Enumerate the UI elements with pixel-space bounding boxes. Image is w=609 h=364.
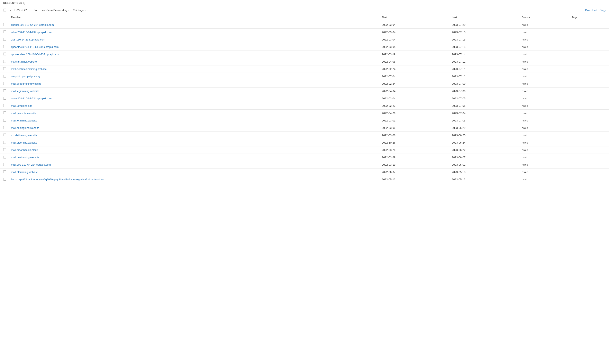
resolve-link[interactable]: mail.moonbitcoin.cloud xyxy=(11,148,38,152)
copy-button[interactable]: Copy xyxy=(600,9,606,12)
row-first: 2022-03-04 xyxy=(379,95,449,102)
row-resolve[interactable]: mail.speedmining.website xyxy=(9,80,379,88)
row-checkbox[interactable] xyxy=(3,45,6,48)
prev-page-button[interactable]: ‹ xyxy=(9,8,12,12)
row-checkbox-cell xyxy=(0,80,9,88)
row-resolve[interactable]: mail.btconline.website xyxy=(9,139,379,146)
row-first: 2022-03-19 xyxy=(379,161,449,169)
row-resolve[interactable]: mx1.freebitcoinmining.website xyxy=(9,65,379,73)
row-resolve[interactable]: mail.legitmining.website xyxy=(9,88,379,95)
resolve-link[interactable]: mail.legitmining.website xyxy=(11,90,39,93)
page-nav-prev[interactable]: ‹ xyxy=(9,8,12,12)
row-tags xyxy=(570,43,609,51)
next-page-button[interactable]: › xyxy=(28,8,31,12)
row-checkbox[interactable] xyxy=(3,60,6,63)
row-checkbox-cell xyxy=(0,88,9,95)
row-last: 2023-07-03 xyxy=(450,117,519,124)
row-first: 2022-04-26 xyxy=(379,110,449,117)
row-resolve[interactable]: 208-110-64-234.cprapid.com xyxy=(9,36,379,43)
row-checkbox[interactable] xyxy=(3,104,6,107)
row-checkbox[interactable] xyxy=(3,119,6,122)
sort-label: Sort : Last Seen Descending xyxy=(34,9,67,12)
resolve-link[interactable]: cpanel.208-110-64-234.cprapid.com xyxy=(11,23,54,26)
row-checkbox-cell xyxy=(0,117,9,124)
row-checkbox-cell xyxy=(0,176,9,183)
resolve-link[interactable]: mail.208-110-64-234.cprapid.com xyxy=(11,163,51,166)
row-checkbox[interactable] xyxy=(3,148,6,151)
row-checkbox[interactable] xyxy=(3,163,6,166)
resolve-link[interactable]: www.208-110-64-234.cprapid.com xyxy=(11,97,52,100)
resolve-link[interactable]: cpcontacts.208-110-64-234.cprapid.com xyxy=(11,45,59,49)
row-checkbox[interactable] xyxy=(3,30,6,33)
resolve-link[interactable]: mail.speedmining.website xyxy=(11,82,41,85)
row-resolve[interactable]: mail.btcmining.website xyxy=(9,169,379,176)
resolve-link[interactable]: mail.jetmining.website xyxy=(11,119,37,122)
row-source: riskiq xyxy=(519,73,570,80)
row-resolve[interactable]: mail.miningland.website xyxy=(9,124,379,132)
resolve-link[interactable]: mx1.freebitcoinmining.website xyxy=(11,67,47,71)
row-resolve[interactable]: cpcontacts.208-110-64-234.cprapid.com xyxy=(9,43,379,51)
row-resolve[interactable]: mail.quickbtc.website xyxy=(9,110,379,117)
resolve-link[interactable]: mail.quickbtc.website xyxy=(11,112,36,115)
resolve-link[interactable]: 208-110-64-234.cprapid.com xyxy=(11,38,45,41)
row-tags xyxy=(570,169,609,176)
per-page-dropdown[interactable]: 25 / Page ▾ xyxy=(72,8,87,12)
resolve-link[interactable]: mail.btconline.website xyxy=(11,141,37,144)
select-dropdown-arrow[interactable]: ▾ xyxy=(7,9,8,11)
resolve-link[interactable]: whm.208-110-64-234.cprapid.com xyxy=(11,31,52,34)
download-button[interactable]: Download xyxy=(585,9,597,12)
row-resolve[interactable]: cpcalendars.208-110-64-234.cprapid.com xyxy=(9,51,379,58)
row-checkbox[interactable] xyxy=(3,89,6,92)
resolve-link[interactable]: mail.bestmining.website xyxy=(11,156,39,159)
resolve-link[interactable]: mx.startminer.website xyxy=(11,60,37,63)
resolve-link[interactable]: fivhzrzlrpat234aolungugyxw6q9999.gaql3bf… xyxy=(11,178,104,181)
row-checkbox[interactable] xyxy=(3,111,6,114)
select-all-checkbox[interactable] xyxy=(3,9,6,12)
row-source: riskiq xyxy=(519,132,570,139)
row-resolve[interactable]: mail.bestmining.website xyxy=(9,154,379,161)
row-checkbox[interactable] xyxy=(3,38,6,41)
resolve-link[interactable]: mail.miningland.website xyxy=(11,126,39,130)
row-resolve[interactable]: whm.208-110-64-234.cprapid.com xyxy=(9,29,379,36)
row-resolve[interactable]: mail.jetmining.website xyxy=(9,117,379,124)
row-checkbox[interactable] xyxy=(3,82,6,85)
sort-dropdown[interactable]: Sort : Last Seen Descending ▾ xyxy=(33,8,70,12)
resolve-link[interactable]: cpcalendars.208-110-64-234.cprapid.com xyxy=(11,53,60,56)
resolve-link[interactable]: cm-pluto.pumpsignals.xyz xyxy=(11,75,42,78)
row-checkbox[interactable] xyxy=(3,178,6,181)
row-checkbox[interactable] xyxy=(3,75,6,78)
col-header-last: Last xyxy=(450,14,519,21)
row-checkbox[interactable] xyxy=(3,126,6,129)
resolve-link[interactable]: mx.defimining.website xyxy=(11,134,37,137)
row-checkbox-cell xyxy=(0,146,9,154)
resolve-link[interactable]: mail.btcmining.website xyxy=(11,170,38,174)
row-resolve[interactable]: mx.startminer.website xyxy=(9,58,379,65)
row-last: 2023-06-02 xyxy=(450,161,519,169)
row-source: riskiq xyxy=(519,176,570,183)
row-first: 2022-06-07 xyxy=(379,169,449,176)
row-checkbox[interactable] xyxy=(3,133,6,136)
checkbox-select-all[interactable]: ▾ xyxy=(3,9,8,12)
table-row: mail.btconline.website2022-10-262023-06-… xyxy=(0,139,609,146)
row-resolve[interactable]: mail.moonbitcoin.cloud xyxy=(9,146,379,154)
row-resolve[interactable]: mail.99mining.site xyxy=(9,102,379,110)
info-icon[interactable]: i xyxy=(23,2,26,4)
row-checkbox[interactable] xyxy=(3,97,6,100)
row-checkbox[interactable] xyxy=(3,67,6,70)
row-resolve[interactable]: mail.208-110-64-234.cprapid.com xyxy=(9,161,379,169)
row-checkbox[interactable] xyxy=(3,156,6,158)
row-resolve[interactable]: www.208-110-64-234.cprapid.com xyxy=(9,95,379,102)
row-resolve[interactable]: cpanel.208-110-64-234.cprapid.com xyxy=(9,21,379,29)
row-source: riskiq xyxy=(519,43,570,51)
row-checkbox[interactable] xyxy=(3,170,6,173)
row-resolve[interactable]: cm-pluto.pumpsignals.xyz xyxy=(9,73,379,80)
row-resolve[interactable]: mx.defimining.website xyxy=(9,132,379,139)
page-nav-next[interactable]: › xyxy=(28,8,31,12)
row-checkbox[interactable] xyxy=(3,23,6,26)
row-last: 2023-07-05 xyxy=(450,95,519,102)
row-resolve[interactable]: fivhzrzlrpat234aolungugyxw6q9999.gaql3bf… xyxy=(9,176,379,183)
row-checkbox-cell xyxy=(0,43,9,51)
row-checkbox[interactable] xyxy=(3,141,6,144)
resolve-link[interactable]: mail.99mining.site xyxy=(11,104,32,107)
row-checkbox[interactable] xyxy=(3,52,6,55)
